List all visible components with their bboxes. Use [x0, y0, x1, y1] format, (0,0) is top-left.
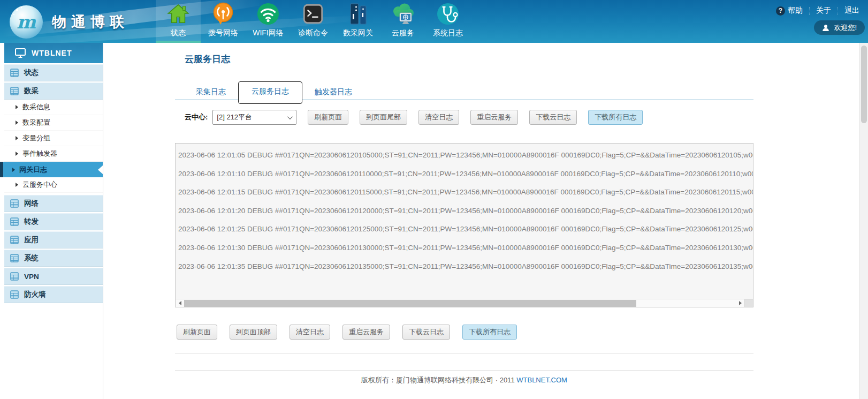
sidebar-item-network[interactable]: 网络: [4, 195, 103, 212]
sidebar-item-status[interactable]: 状态: [4, 64, 103, 81]
clear-log-button[interactable]: 清空日志: [290, 325, 330, 340]
nav-label: 数采网关: [343, 28, 373, 37]
table-icon: [10, 254, 19, 262]
horizontal-scrollbar[interactable]: [176, 299, 744, 307]
nav-label: WIFI网络: [253, 28, 284, 37]
nav-label: 拨号网络: [208, 28, 238, 37]
about-label: 关于: [816, 6, 831, 16]
copyright-text: 版权所有：厦门物通博联网络科技有限公司 · 2011: [361, 376, 515, 384]
nav-item-cloud-service[interactable]: 云服务: [380, 0, 425, 43]
sidebar-item-label: 状态: [24, 68, 39, 78]
scrollbar-track[interactable]: [184, 299, 736, 307]
cloud-center-selected-value: [2] 212平台: [217, 112, 252, 122]
download-all-logs-button[interactable]: 下载所有日志: [588, 110, 643, 125]
sidebar-item-label: 防火墙: [24, 290, 46, 299]
log-lines: 2023-06-06 12:01:05 DEBUG ##0171QN=20230…: [176, 144, 753, 276]
question-icon: ?: [776, 6, 785, 16]
sidebar-item-vpn[interactable]: VPN: [4, 268, 103, 285]
sidebar-subitem-label: 数采信息: [22, 102, 50, 112]
download-cloud-log-button[interactable]: 下载云日志: [529, 110, 577, 125]
nav-label: 系统日志: [433, 28, 463, 37]
log-toolbar-top: 云中心: [2] 212平台 刷新页面 到页面尾部 清空日志 重启云服务 下载云…: [185, 110, 643, 125]
log-viewer[interactable]: 2023-06-06 12:01:05 DEBUG ##0171QN=20230…: [175, 143, 753, 307]
sidebar-subitem-cloud-center[interactable]: 云服务中心: [4, 177, 103, 193]
wtblnet-link[interactable]: WTBLNET.COM: [516, 376, 567, 384]
nav-label: 云服务: [392, 28, 414, 37]
sidebar-item-label: 网络: [24, 199, 39, 208]
download-all-logs-button[interactable]: 下载所有日志: [462, 325, 517, 340]
sidebar-item-system[interactable]: 系统: [4, 250, 103, 267]
sidebar-item-forwarding[interactable]: 转发: [4, 213, 103, 230]
clear-log-button[interactable]: 清空日志: [418, 110, 459, 125]
log-toolbar-bottom: 刷新页面 到页面顶部 清空日志 重启云服务 下载云日志 下载所有日志: [177, 325, 529, 340]
table-icon: [10, 87, 19, 95]
logout-link[interactable]: 退出: [844, 6, 859, 16]
sidebar-item-application[interactable]: 应用: [4, 231, 103, 249]
footer: 版权所有：厦门物通博联网络科技有限公司 · 2011 WTBLNET.COM: [175, 370, 753, 385]
sidebar-subitem-label: 云服务中心: [22, 180, 57, 190]
syslog-icon: [436, 2, 460, 26]
help-link[interactable]: ? 帮助: [776, 6, 803, 16]
sidebar-subitem-variable-group[interactable]: 变量分组: [4, 131, 103, 146]
chevron-down-icon: [287, 114, 293, 119]
brand-globe-icon: m: [7, 3, 45, 42]
restart-cloud-service-button[interactable]: 重启云服务: [470, 110, 518, 125]
go-to-bottom-button[interactable]: 到页面尾部: [360, 110, 407, 125]
cloud-service-icon: [390, 2, 416, 26]
home-icon: [167, 2, 189, 26]
arrow-right-icon: [16, 121, 18, 125]
sidebar-subitem-collect-config[interactable]: 数采配置: [4, 115, 103, 131]
refresh-page-button[interactable]: 刷新页面: [177, 325, 217, 340]
sidebar-item-firewall[interactable]: 防火墙: [4, 286, 103, 303]
sidebar-subitem-label: 变量分组: [22, 133, 50, 143]
nav-item-status[interactable]: 状态: [156, 0, 201, 43]
tab-cloud-service-log[interactable]: 云服务日志: [238, 81, 302, 104]
nav-item-gateway[interactable]: 数采网关: [336, 0, 380, 43]
brand-title: 物通博联: [52, 12, 129, 32]
sidebar-item-label: 转发: [24, 217, 39, 227]
log-line: 2023-06-06 12:01:15 DEBUG ##0171QN=20230…: [178, 183, 753, 202]
sidebar-subitem-collect-info[interactable]: 数采信息: [4, 100, 103, 115]
arrow-right-icon: [16, 183, 18, 187]
sidebar-device-header: WTBLNET: [4, 43, 103, 63]
page-scrollbar-thumb[interactable]: [861, 46, 867, 123]
nav-item-system-log[interactable]: 系统日志: [425, 0, 470, 43]
scroll-left-arrow-icon[interactable]: [176, 299, 184, 307]
terminal-icon: [302, 2, 324, 26]
arrow-right-icon: [12, 168, 15, 172]
nav-item-wifi-network[interactable]: WIFI网络: [246, 0, 291, 43]
page-scrollbar[interactable]: [859, 43, 868, 399]
sidebar-subitem-gateway-log[interactable]: 网关日志: [0, 162, 103, 177]
table-icon: [10, 236, 19, 244]
logout-label: 退出: [844, 6, 859, 16]
log-line: 2023-06-06 12:01:05 DEBUG ##0171QN=20230…: [178, 146, 753, 165]
nav-item-diagnostic[interactable]: 诊断命令: [291, 0, 336, 43]
arrow-right-icon: [16, 152, 18, 156]
nav-label: 状态: [171, 28, 186, 37]
nav-label: 诊断命令: [298, 28, 328, 37]
scrollbar-thumb[interactable]: [184, 300, 636, 307]
separator: [837, 7, 838, 14]
table-icon: [10, 217, 19, 226]
sidebar-item-label: 应用: [24, 235, 39, 245]
separator: [809, 7, 810, 14]
log-line: 2023-06-06 12:01:10 DEBUG ##0171QN=20230…: [178, 165, 753, 184]
dial-network-icon: [211, 2, 235, 26]
top-links: ? 帮助 关于 退出: [776, 6, 859, 16]
scroll-right-arrow-icon[interactable]: [736, 299, 744, 307]
table-icon: [10, 290, 19, 299]
welcome-badge[interactable]: 欢迎您!: [814, 20, 865, 35]
cloud-center-select[interactable]: [2] 212平台: [212, 110, 296, 125]
about-link[interactable]: 关于: [816, 6, 831, 16]
go-to-top-button[interactable]: 到页面顶部: [230, 325, 277, 340]
sidebar-item-data-collect[interactable]: 数采: [4, 82, 103, 100]
content-divider: [175, 353, 753, 354]
page-title: 云服务日志: [185, 53, 230, 65]
refresh-page-button[interactable]: 刷新页面: [308, 110, 348, 125]
sidebar-subitem-event-trigger[interactable]: 事件触发器: [4, 146, 103, 162]
sidebar-subitem-label: 数采配置: [22, 118, 50, 127]
restart-cloud-service-button[interactable]: 重启云服务: [342, 325, 390, 340]
download-cloud-log-button[interactable]: 下载云日志: [402, 325, 450, 340]
log-line: 2023-06-06 12:01:25 DEBUG ##0171QN=20230…: [178, 220, 753, 239]
nav-item-dial-network[interactable]: 拨号网络: [201, 0, 246, 43]
